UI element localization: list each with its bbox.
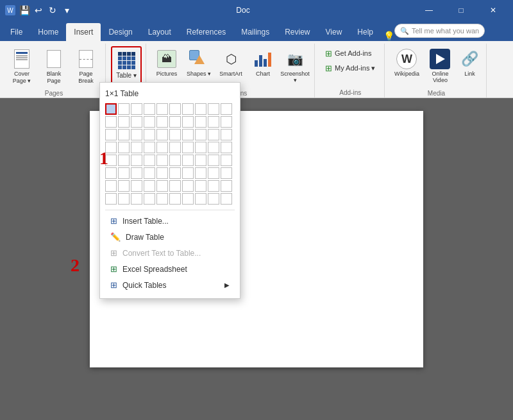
table-grid-cell[interactable] bbox=[118, 155, 130, 166]
link-button[interactable]: 🔗 Link bbox=[457, 46, 482, 88]
tab-home[interactable]: Home bbox=[30, 23, 66, 41]
minimize-button[interactable]: — bbox=[414, 0, 444, 21]
table-grid-cell[interactable] bbox=[195, 103, 206, 115]
save-button[interactable]: 💾 bbox=[19, 5, 29, 15]
cover-page-button[interactable]: CoverPage ▾ bbox=[6, 46, 37, 88]
table-grid-cell[interactable] bbox=[169, 103, 181, 115]
table-grid-cell[interactable] bbox=[131, 129, 142, 140]
table-grid-cell[interactable] bbox=[144, 129, 155, 140]
table-grid-cell[interactable] bbox=[169, 116, 181, 128]
table-grid-cell[interactable] bbox=[105, 129, 117, 140]
table-grid-cell[interactable] bbox=[182, 167, 194, 179]
tab-review[interactable]: Review bbox=[277, 23, 317, 41]
table-grid-cell[interactable] bbox=[208, 116, 219, 128]
table-grid-cell[interactable] bbox=[208, 103, 219, 115]
tab-mailings[interactable]: Mailings bbox=[233, 23, 277, 41]
table-grid-cell[interactable] bbox=[221, 155, 232, 166]
redo-button[interactable]: ↻ bbox=[47, 5, 58, 15]
table-grid-cell[interactable] bbox=[195, 167, 206, 179]
table-grid-cell[interactable] bbox=[182, 142, 194, 153]
table-grid-cell[interactable] bbox=[156, 167, 168, 179]
wikipedia-button[interactable]: W Wikipedia bbox=[390, 46, 423, 88]
table-grid-cell[interactable] bbox=[131, 193, 142, 205]
table-grid-cell[interactable] bbox=[144, 193, 155, 205]
table-grid-cell[interactable] bbox=[118, 129, 130, 140]
table-grid-cell[interactable] bbox=[131, 167, 142, 179]
table-grid-cell[interactable] bbox=[182, 103, 194, 115]
table-grid-cell[interactable] bbox=[195, 155, 206, 166]
table-grid-cell[interactable] bbox=[169, 129, 181, 140]
online-video-button[interactable]: OnlineVideo bbox=[425, 46, 455, 88]
table-grid-cell[interactable] bbox=[221, 103, 232, 115]
table-grid-cell[interactable] bbox=[221, 193, 232, 205]
table-grid-cell[interactable] bbox=[131, 142, 142, 153]
excel-spreadsheet-item[interactable]: ⊞ Excel Spreadsheet bbox=[105, 261, 235, 277]
table-grid-cell[interactable] bbox=[118, 142, 130, 153]
table-grid-cell[interactable] bbox=[182, 129, 194, 140]
table-grid-cell[interactable] bbox=[105, 193, 117, 205]
table-grid-cell[interactable] bbox=[182, 180, 194, 192]
table-grid-cell[interactable] bbox=[144, 103, 155, 115]
table-grid-cell[interactable] bbox=[156, 180, 168, 192]
table-grid-cell[interactable] bbox=[169, 193, 181, 205]
table-grid-cell[interactable] bbox=[182, 155, 194, 166]
table-grid-cell[interactable] bbox=[195, 193, 206, 205]
table-grid-cell[interactable] bbox=[131, 155, 142, 166]
table-grid-cell[interactable] bbox=[118, 103, 130, 115]
table-grid-cell[interactable] bbox=[208, 155, 219, 166]
table-grid-cell[interactable] bbox=[208, 193, 219, 205]
tab-file[interactable]: File bbox=[3, 23, 30, 41]
table-grid-cell[interactable] bbox=[208, 167, 219, 179]
table-grid-cell[interactable] bbox=[105, 103, 117, 115]
table-grid-cell[interactable] bbox=[221, 129, 232, 140]
table-grid-cell[interactable] bbox=[131, 116, 142, 128]
table-grid-cell[interactable] bbox=[144, 142, 155, 153]
table-grid-cell[interactable] bbox=[144, 155, 155, 166]
maximize-button[interactable]: □ bbox=[446, 0, 476, 21]
table-grid-cell[interactable] bbox=[156, 193, 168, 205]
table-grid-cell[interactable] bbox=[144, 180, 155, 192]
table-grid-cell[interactable] bbox=[144, 116, 155, 128]
tab-view[interactable]: View bbox=[318, 23, 350, 41]
get-addins-button[interactable]: ⊞ Get Add-ins bbox=[320, 46, 380, 60]
customize-button[interactable]: ▾ bbox=[62, 5, 72, 15]
table-grid-cell[interactable] bbox=[169, 142, 181, 153]
table-grid-cell[interactable] bbox=[182, 193, 194, 205]
close-button[interactable]: ✕ bbox=[478, 0, 508, 21]
table-grid-cell[interactable] bbox=[144, 167, 155, 179]
page-break-button[interactable]: Page Break bbox=[71, 46, 101, 88]
table-grid-cell[interactable] bbox=[105, 116, 117, 128]
table-grid-cell[interactable] bbox=[156, 129, 168, 140]
table-grid-cell[interactable] bbox=[195, 142, 206, 153]
screenshot-button[interactable]: 📷 Screenshot ▾ bbox=[280, 46, 310, 88]
tab-insert[interactable]: Insert bbox=[66, 23, 101, 41]
table-grid-cell[interactable] bbox=[118, 116, 130, 128]
tab-help[interactable]: Help bbox=[349, 23, 381, 41]
table-grid-cell[interactable] bbox=[131, 103, 142, 115]
my-addins-button[interactable]: ⊞ My Add-ins ▾ bbox=[320, 61, 380, 75]
table-grid-cell[interactable] bbox=[131, 180, 142, 192]
tell-me-input[interactable]: 🔍 Tell me what you wan bbox=[394, 24, 485, 38]
table-grid-cell[interactable] bbox=[195, 129, 206, 140]
table-grid-cell[interactable] bbox=[118, 167, 130, 179]
table-grid-cell[interactable] bbox=[195, 116, 206, 128]
table-grid-cell[interactable] bbox=[221, 180, 232, 192]
table-grid-cell[interactable] bbox=[208, 129, 219, 140]
blank-page-button[interactable]: BlankPage bbox=[38, 46, 69, 88]
chart-button[interactable]: Chart bbox=[248, 46, 278, 88]
table-grid-cell[interactable] bbox=[221, 142, 232, 153]
insert-table-item[interactable]: ⊞ Insert Table... bbox=[105, 213, 235, 229]
table-grid-cell[interactable] bbox=[105, 167, 117, 179]
table-grid-cell[interactable] bbox=[221, 116, 232, 128]
table-grid-cell[interactable] bbox=[195, 180, 206, 192]
table-grid-cell[interactable] bbox=[105, 180, 117, 192]
table-grid-cell[interactable] bbox=[169, 155, 181, 166]
table-grid-cell[interactable] bbox=[156, 155, 168, 166]
table-grid-cell[interactable] bbox=[208, 142, 219, 153]
table-grid-cell[interactable] bbox=[156, 116, 168, 128]
table-grid-cell[interactable] bbox=[156, 142, 168, 153]
table-grid-cell[interactable] bbox=[156, 103, 168, 115]
table-grid-cell[interactable] bbox=[118, 193, 130, 205]
table-grid-cell[interactable] bbox=[118, 180, 130, 192]
draw-table-item[interactable]: ✏️ Draw Table bbox=[105, 229, 235, 245]
